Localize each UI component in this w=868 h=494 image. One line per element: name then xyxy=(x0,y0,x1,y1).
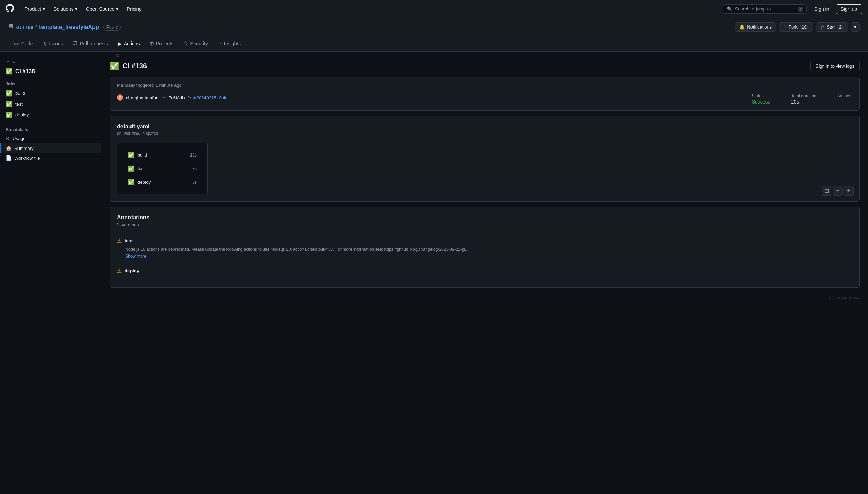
annotation-deploy-header: ⚠ deploy xyxy=(117,267,852,274)
summary-meta: C charging-kuafuai ⊸ 7c6f8db feat/202403… xyxy=(117,94,227,101)
tab-code[interactable]: <> Code xyxy=(8,36,38,51)
run-details-label: Run details xyxy=(0,124,101,134)
run-status-icon: ✅ xyxy=(110,62,119,71)
annotations-count: 3 warnings xyxy=(117,222,852,227)
workflow-job-test[interactable]: ✅ test 3s xyxy=(124,162,200,175)
wf-test-icon: ✅ xyxy=(128,165,135,172)
tab-security[interactable]: 🛡 Security xyxy=(178,36,213,51)
visibility-badge: Public xyxy=(103,24,121,31)
topnav-pricing[interactable]: Pricing xyxy=(123,4,145,14)
topnav-actions: Sign in Sign up xyxy=(811,4,862,14)
topnav-opensource[interactable]: Open Source ▾ xyxy=(82,4,122,14)
commit-branch[interactable]: feat/20240315_0uio xyxy=(187,95,227,100)
commit-arrow: ⊸ xyxy=(162,95,166,100)
warning-icon: ⚠ xyxy=(117,237,122,244)
zoom-out-button[interactable]: − xyxy=(833,186,843,196)
repo-icon xyxy=(8,24,13,30)
repo-more-button[interactable]: ▾ xyxy=(851,22,860,32)
zoom-controls: ⊡ − + xyxy=(822,186,854,196)
zoom-in-button[interactable]: + xyxy=(844,186,854,196)
summary-icon: 🏠 xyxy=(6,145,12,151)
insights-icon: ↗ xyxy=(218,41,222,46)
wf-deploy-icon: ✅ xyxy=(128,179,135,185)
run-title: ✅ CI #136 xyxy=(0,67,101,79)
tab-projects[interactable]: ⊞ Projects xyxy=(145,36,179,51)
workflow-graph: ✅ build 12s ✅ test 3s ✅ deploy xyxy=(117,143,208,194)
content-back-link[interactable]: ← CI xyxy=(101,52,868,60)
annotation-test-msg: Node.js 16 actions are deprecated. Pleas… xyxy=(125,246,852,252)
tab-actions[interactable]: ▶ Actions xyxy=(113,36,145,51)
workflow-trigger: on: workflow_dispatch xyxy=(117,131,852,136)
annotation-test-job: test xyxy=(125,238,133,243)
code-icon: <> xyxy=(13,41,19,46)
show-more-test[interactable]: Show more xyxy=(125,254,852,259)
projects-icon: ⊞ xyxy=(150,41,154,46)
repo-actions: 🔔 Notifications ⑂ Fork 10 ☆ Star 2 ▾ xyxy=(735,22,860,32)
tab-pull-requests[interactable]: Pull requests xyxy=(68,36,113,51)
stat-status: Status Success xyxy=(752,93,770,105)
main-container: ← CI ✅ CI #136 Jobs ✅ build ✅ test ✅ dep… xyxy=(0,52,868,490)
content-area: ← CI ✅ CI #136 Sign in to view logs Manu… xyxy=(101,52,868,490)
star-icon: ☆ xyxy=(820,24,824,30)
job-build-success-icon: ✅ xyxy=(6,90,13,97)
sidebar-job-deploy[interactable]: ✅ deploy xyxy=(0,109,101,120)
workflow-job-deploy[interactable]: ✅ deploy 5s xyxy=(124,176,200,188)
sidebar-job-test[interactable]: ✅ test xyxy=(0,99,101,109)
workflow-card: default.yaml on: workflow_dispatch ✅ bui… xyxy=(110,116,860,202)
job-deploy-success-icon: ✅ xyxy=(6,112,13,118)
tab-insights[interactable]: ↗ Insights xyxy=(213,36,246,51)
zoom-fit-button[interactable]: ⊡ xyxy=(822,186,831,196)
sidebar: ← CI ✅ CI #136 Jobs ✅ build ✅ test ✅ dep… xyxy=(0,52,101,490)
topnav: Product ▾ Solutions ▾ Open Source ▾ Pric… xyxy=(0,0,868,18)
fork-count: 10 xyxy=(800,25,808,30)
commit-author: charging-kuafuai xyxy=(126,95,159,100)
repo-owner[interactable]: kuafuai xyxy=(15,24,33,30)
topnav-product[interactable]: Product ▾ xyxy=(21,4,48,14)
chevron-down-icon: ▾ xyxy=(75,6,77,12)
back-arrow-icon: ← xyxy=(6,59,10,64)
wf-test-time: 3s xyxy=(192,166,197,171)
summary-card: Manually triggered 1 minute ago C chargi… xyxy=(110,77,860,111)
repo-header: kuafuai / template_freestyleApp Public 🔔… xyxy=(0,18,868,36)
topnav-solutions[interactable]: Solutions ▾ xyxy=(50,4,81,14)
sidebar-job-build[interactable]: ✅ build xyxy=(0,88,101,99)
chevron-down-icon: ▾ xyxy=(43,6,45,12)
footer-watermark: CSDN @KuaFuAi xyxy=(101,293,868,303)
back-arrow-icon2: ← xyxy=(110,53,114,58)
signin-button[interactable]: Sign in xyxy=(811,5,833,14)
notifications-button[interactable]: 🔔 Notifications xyxy=(735,22,776,32)
status-value: Success xyxy=(752,99,770,105)
wf-build-time: 12s xyxy=(190,153,197,158)
artifacts-value: — xyxy=(837,99,852,105)
annotations-card: Annotations 3 warnings ⚠ test Node.js 16… xyxy=(110,207,860,288)
back-to-ci-link[interactable]: ← CI xyxy=(0,57,101,67)
warning-icon-2: ⚠ xyxy=(117,267,122,274)
repo-breadcrumb: kuafuai / template_freestyleApp Public xyxy=(8,24,121,31)
fork-button[interactable]: ⑂ Fork 10 xyxy=(779,22,813,32)
security-icon: 🛡 xyxy=(183,41,188,46)
sidebar-summary[interactable]: 🏠 Summary xyxy=(0,143,101,153)
bell-icon: 🔔 xyxy=(739,24,745,30)
wf-build-icon: ✅ xyxy=(128,152,135,158)
sidebar-workflow-file[interactable]: 📄 Workflow file xyxy=(0,153,101,163)
issues-icon: ◎ xyxy=(43,41,47,46)
topnav-links: Product ▾ Solutions ▾ Open Source ▾ Pric… xyxy=(21,4,719,14)
run-title-bar: ✅ CI #136 Sign in to view logs xyxy=(101,60,868,77)
signup-button[interactable]: Sign up xyxy=(836,4,862,14)
star-button[interactable]: ☆ Star 2 xyxy=(816,22,848,32)
stat-artifacts: Artifacts — xyxy=(837,93,852,105)
workflow-job-build[interactable]: ✅ build 12s xyxy=(124,149,200,161)
search-bar[interactable]: 🔍 Search or jump to... / xyxy=(723,4,807,14)
annotations-title: Annotations xyxy=(117,214,852,221)
github-logo-icon xyxy=(6,4,14,14)
workflow-filename: default.yaml xyxy=(117,123,852,130)
run-details-section: Run details ⊙ Usage 🏠 Summary 📄 Workflow… xyxy=(0,124,101,163)
sidebar-usage[interactable]: ⊙ Usage xyxy=(0,134,101,143)
repo-slash: / xyxy=(36,24,37,30)
job-test-success-icon: ✅ xyxy=(6,101,13,107)
usage-icon: ⊙ xyxy=(6,136,10,141)
tab-issues[interactable]: ◎ Issues xyxy=(38,36,68,51)
view-logs-button[interactable]: Sign in to view logs xyxy=(810,61,860,71)
annotation-item-test: ⚠ test Node.js 16 actions are deprecated… xyxy=(117,233,852,263)
repo-name[interactable]: template_freestyleApp xyxy=(39,24,99,30)
